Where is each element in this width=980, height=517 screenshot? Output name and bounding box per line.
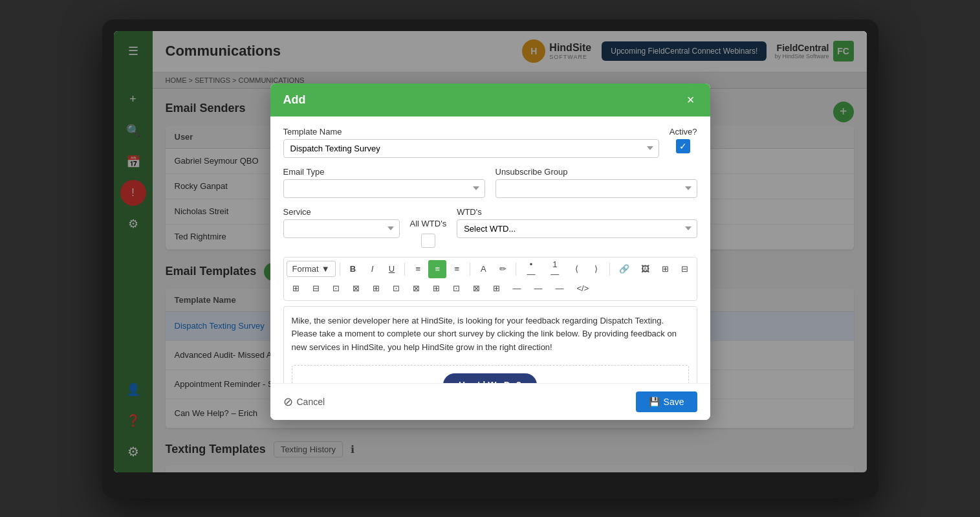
wtds-group: WTD's Select WTD... <box>457 207 697 238</box>
unsubscribe-group: Unsubscribe Group <box>495 167 697 198</box>
modal-title: Add <box>283 93 306 107</box>
tb3[interactable]: ⊡ <box>327 280 345 298</box>
toolbar-divider <box>404 263 405 276</box>
tb13[interactable]: — <box>528 280 549 298</box>
email-type-group: Email Type <box>283 167 485 198</box>
tb2[interactable]: ⊟ <box>307 280 325 298</box>
format-select[interactable]: Format ▼ <box>287 261 336 277</box>
toolbar-divider <box>609 263 610 276</box>
modal-footer: ⊘ Cancel 💾 Save <box>270 383 710 420</box>
cancel-label: Cancel <box>297 397 325 407</box>
tb10[interactable]: ⊠ <box>467 280 486 298</box>
email-type-label: Email Type <box>283 167 485 177</box>
link-button[interactable]: 🔗 <box>614 260 635 278</box>
service-row: Service All WTD's WTD's Select WTD... <box>283 207 697 248</box>
image-button[interactable]: 🖼 <box>636 260 655 278</box>
toolbar-row-2: ⊞ ⊟ ⊡ ⊠ ⊞ ⊡ ⊠ ⊞ ⊡ ⊠ ⊞ — — <box>287 280 694 298</box>
bold-button[interactable]: B <box>343 260 362 278</box>
modal-header: Add × <box>270 83 710 116</box>
email-type-select[interactable] <box>283 179 485 198</box>
tb7[interactable]: ⊠ <box>407 280 426 298</box>
template-name-row: Template Name Dispatch Texting Survey Ac… <box>283 127 697 158</box>
active-label: Active? <box>670 127 697 137</box>
active-checkbox-checked[interactable]: ✓ <box>676 139 690 153</box>
tb14[interactable]: — <box>550 280 570 298</box>
html-button[interactable]: </> <box>571 280 595 298</box>
template-name-label: Template Name <box>283 127 659 137</box>
toolbar-divider <box>340 263 340 276</box>
ordered-list-button[interactable]: 1— <box>543 260 567 278</box>
tb1[interactable]: ⊞ <box>287 280 305 298</box>
bullet-list-button[interactable]: •— <box>520 260 542 278</box>
unsubscribe-label: Unsubscribe Group <box>495 167 697 177</box>
cancel-button[interactable]: ⊘ Cancel <box>283 395 325 409</box>
align-right-button[interactable]: ≡ <box>448 260 466 278</box>
indent-button[interactable]: ⟩ <box>587 260 605 278</box>
tb12[interactable]: — <box>507 280 527 298</box>
editor-toolbar: Format ▼ B I U ≡ ≡ ≡ A <box>283 257 697 301</box>
cancel-icon: ⊘ <box>283 395 293 409</box>
service-group: Service <box>283 207 400 238</box>
unsubscribe-select[interactable] <box>495 179 697 198</box>
highlight-button[interactable]: ✏ <box>494 260 512 278</box>
save-label: Save <box>664 397 684 407</box>
align-center-button[interactable]: ≡ <box>428 260 446 278</box>
outdent-button[interactable]: ⟨ <box>568 260 586 278</box>
editor-text: Mike, the senior developer here at HindS… <box>292 314 689 355</box>
toolbar-divider <box>470 263 470 276</box>
tb4[interactable]: ⊠ <box>347 280 365 298</box>
modal-close-button[interactable]: × <box>684 93 697 107</box>
service-select[interactable] <box>283 219 400 238</box>
modal-overlay: Add × Template Name Dispatch Texting Sur… <box>114 31 867 472</box>
survey-button[interactable]: How'd We Do? <box>443 373 537 383</box>
table-remove-button[interactable]: ⊟ <box>676 260 694 278</box>
wtds-label: WTD's <box>457 207 697 217</box>
italic-button[interactable]: I <box>363 260 381 278</box>
tb6[interactable]: ⊡ <box>387 280 406 298</box>
survey-button-row: How'd We Do? <box>292 365 689 383</box>
modal-body: Template Name Dispatch Texting Survey Ac… <box>270 116 710 383</box>
template-name-group: Template Name Dispatch Texting Survey <box>283 127 659 158</box>
underline-button[interactable]: U <box>382 260 400 278</box>
tb5[interactable]: ⊞ <box>367 280 386 298</box>
save-icon: 💾 <box>649 397 660 407</box>
save-button[interactable]: 💾 Save <box>636 391 697 412</box>
all-wtds-group: All WTD's <box>410 207 447 248</box>
toolbar-row-1: Format ▼ B I U ≡ ≡ ≡ A <box>287 260 694 278</box>
tb11[interactable]: ⊞ <box>487 280 506 298</box>
email-type-row: Email Type Unsubscribe Group <box>283 167 697 198</box>
all-wtds-checkbox[interactable] <box>421 234 435 248</box>
service-label: Service <box>283 207 400 217</box>
template-name-select[interactable]: Dispatch Texting Survey <box>283 139 659 158</box>
all-wtds-label: All WTD's <box>410 219 447 228</box>
active-checkbox-group: Active? ✓ <box>670 127 697 153</box>
add-template-modal: Add × Template Name Dispatch Texting Sur… <box>270 83 710 420</box>
align-left-button[interactable]: ≡ <box>409 260 427 278</box>
editor-content[interactable]: Mike, the senior developer here at HindS… <box>283 306 697 383</box>
toolbar-divider <box>516 263 516 276</box>
wtds-select[interactable]: Select WTD... <box>457 219 697 238</box>
table-insert-button[interactable]: ⊞ <box>657 260 675 278</box>
color-button[interactable]: A <box>474 260 492 278</box>
tb9[interactable]: ⊡ <box>447 280 466 298</box>
tb8[interactable]: ⊞ <box>427 280 446 298</box>
